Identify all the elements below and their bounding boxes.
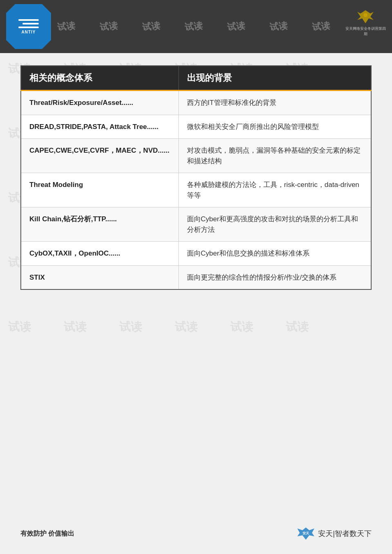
table-row: DREAD,STRIDE,PASTA, Attack Tree......微软和… (21, 115, 371, 139)
bwm-30: 试读 (286, 319, 309, 335)
col2-header: 出现的背景 (178, 66, 371, 91)
table-cell-right: 面向Cyber和信息交换的描述和标准体系 (178, 242, 371, 266)
concepts-table: 相关的概念体系 出现的背景 Threat/Risk/Exposure/Asset… (20, 65, 372, 290)
right-logo-icon (355, 9, 376, 25)
wm-5: 试读 (227, 20, 245, 33)
table-cell-right: 西方的IT管理和标准化的背景 (178, 91, 371, 115)
table-row: CAPEC,CWE,CVE,CVRF，MAEC，NVD......对攻击模式，脆… (21, 139, 371, 173)
table-row: Threat/Risk/Exposure/Asset......西方的IT管理和… (21, 91, 371, 115)
table-cell-left: CybOX,TAXII，OpenIOC...... (21, 242, 178, 266)
logo-line-2 (22, 23, 39, 24)
body-wm-row-5: 试读 试读 试读 试读 试读 试读 (0, 319, 392, 335)
table-cell-right: 各种威胁建模的方法论，工具，risk-centric，data-driven等等 (178, 173, 371, 207)
table-body: Threat/Risk/Exposure/Asset......西方的IT管理和… (21, 91, 371, 290)
table-cell-right: 微软和相关安全厂商所推出的风险管理模型 (178, 115, 371, 139)
wm-2: 试读 (99, 20, 118, 33)
table-cell-right: 对攻击模式，脆弱点，漏洞等各种基础的安全元素的标定和描述结构 (178, 139, 371, 173)
logo-line-1 (18, 19, 39, 21)
table-cell-left: DREAD,STRIDE,PASTA, Attack Tree...... (21, 115, 178, 139)
header-right-logo: 安天网络安全冬训营第四期 (345, 6, 386, 39)
footer-logo-icon: 安天 (296, 525, 316, 542)
footer-logo: 安天 安天|智者数天下 (296, 525, 372, 542)
svg-text:安天: 安天 (302, 531, 310, 535)
wm-6: 试读 (269, 20, 288, 33)
wm-1: 试读 (57, 20, 76, 33)
bwm-25: 试读 (8, 319, 31, 335)
logo-lines (18, 19, 39, 28)
footer-left-text: 有效防护 价值输出 (20, 530, 74, 538)
wm-3: 试读 (142, 20, 160, 33)
wm-4: 试读 (184, 20, 203, 33)
right-logo-subtext: 安天网络安全冬训营第四期 (345, 26, 386, 37)
table-cell-left: Threat/Risk/Exposure/Asset...... (21, 91, 178, 115)
table-row: Threat Modeling各种威胁建模的方法论，工具，risk-centri… (21, 173, 371, 207)
svg-point-1 (363, 13, 368, 17)
footer: 有效防护 价值输出 安天 安天|智者数天下 (20, 525, 372, 542)
col1-header: 相关的概念体系 (21, 66, 178, 91)
antiy-logo: ANTIY (6, 4, 51, 49)
table-cell-left: CAPEC,CWE,CVE,CVRF，MAEC，NVD...... (21, 139, 178, 173)
table-row: Kill Chain,钻石分析,TTP......面向Cyber和更高强度的攻击… (21, 207, 371, 242)
table-row: STIX面向更完整的综合性的情报分析/作业/交换的体系 (21, 265, 371, 289)
main-content: 相关的概念体系 出现的背景 Threat/Risk/Exposure/Asset… (20, 65, 372, 290)
table-header-row: 相关的概念体系 出现的背景 (21, 66, 371, 91)
wm-7: 试读 (312, 20, 330, 33)
table-cell-right: 面向Cyber和更高强度的攻击和对抗的场景的分析工具和分析方法 (178, 207, 371, 242)
bwm-29: 试读 (230, 319, 253, 335)
table-cell-left: Threat Modeling (21, 173, 178, 207)
header: ANTIY 试读 试读 试读 试读 试读 试读 试读 安天网络安全冬训营第四期 (0, 0, 392, 53)
table-row: CybOX,TAXII，OpenIOC......面向Cyber和信息交换的描述… (21, 242, 371, 266)
bwm-26: 试读 (64, 319, 87, 335)
table-cell-left: STIX (21, 265, 178, 289)
table-cell-right: 面向更完整的综合性的情报分析/作业/交换的体系 (178, 265, 371, 289)
logo-line-3 (18, 27, 39, 28)
bwm-28: 试读 (175, 319, 198, 335)
footer-brand-text: 安天|智者数天下 (318, 529, 372, 538)
logo-text: ANTIY (22, 30, 36, 34)
table-cell-left: Kill Chain,钻石分析,TTP...... (21, 207, 178, 242)
header-watermarks: 试读 试读 试读 试读 试读 试读 试读 (0, 0, 392, 53)
bwm-27: 试读 (119, 319, 142, 335)
